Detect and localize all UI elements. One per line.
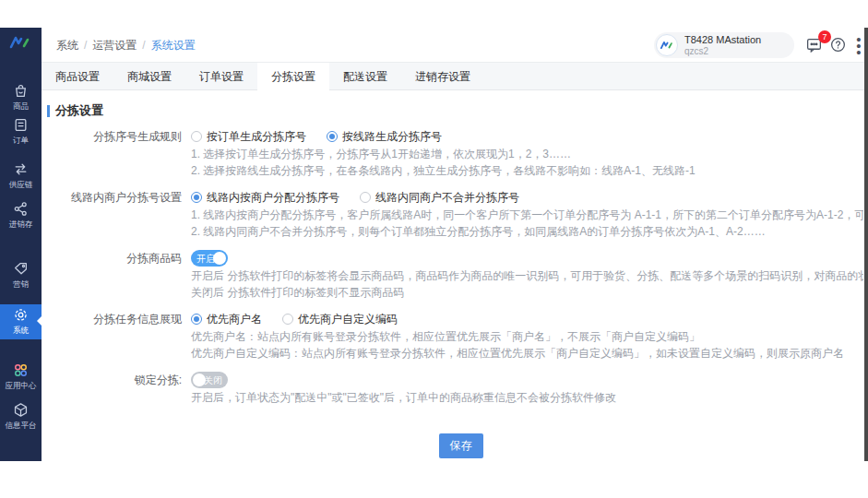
tab-goods-settings[interactable]: 商品设置 bbox=[42, 63, 113, 90]
sidebar: 商品 订单 供应链 进销存 bbox=[0, 28, 42, 461]
radio-custom-code-first[interactable]: 优先商户自定义编码 bbox=[282, 312, 398, 327]
form-row-task-info-display: 分拣任务信息展现 优先商户名 优先商户自定义编码 优先商户名：站点内所有账号登录… bbox=[42, 310, 863, 362]
radio-icon bbox=[282, 314, 293, 325]
toggle-knob bbox=[213, 252, 226, 265]
radio-by-route[interactable]: 按线路生成分拣序号 bbox=[327, 129, 442, 145]
section-title-bar bbox=[47, 105, 50, 117]
sidebar-item-label: 系统 bbox=[1, 325, 41, 336]
save-button[interactable]: 保存 bbox=[439, 433, 483, 458]
form-row-sort-number-rule: 分拣序号生成规则 按订单生成分拣序号 按线路生成分拣序号 1. 选择按订单生成分… bbox=[42, 127, 863, 179]
sidebar-item-label: 信息平台 bbox=[1, 420, 41, 431]
chat-bubble-icon bbox=[805, 41, 823, 56]
form-label: 分拣任务信息展现 bbox=[42, 310, 191, 362]
tab-mall-settings[interactable]: 商城设置 bbox=[113, 63, 185, 90]
sidebar-item-label: 订单 bbox=[1, 135, 41, 146]
sidebar-item-inventory[interactable]: 进销存 bbox=[0, 201, 42, 231]
hint-text: 2. 选择按路线生成分拣序号，在各条线路内，独立生成分拣序号，各线路不影响如：线… bbox=[191, 163, 863, 179]
radio-assign-by-merchant[interactable]: 线路内按商户分配分拣序号 bbox=[191, 190, 339, 206]
breadcrumb-current: 系统设置 bbox=[151, 39, 196, 52]
radio-icon bbox=[191, 131, 202, 142]
breadcrumb-separator: / bbox=[142, 39, 145, 52]
gear-icon bbox=[0, 307, 42, 323]
form-label: 分拣序号生成规则 bbox=[42, 127, 191, 179]
hint-text: 优先商户名：站点内所有账号登录分拣软件，相应位置优先展示「商户名」，不展示「商户… bbox=[191, 329, 863, 345]
radio-selected-icon bbox=[191, 314, 202, 325]
sidebar-item-label: 进销存 bbox=[1, 219, 41, 230]
settings-tabbar: 商品设置商城设置订单设置分拣设置配送设置进销存设置 bbox=[42, 63, 868, 90]
form-row-product-code: 分拣商品码 开启 开启后 分拣软件打印的标签将会显示商品码，商品码作为商品的唯一… bbox=[42, 249, 863, 301]
tab-sorting-settings[interactable]: 分拣设置 bbox=[257, 63, 329, 90]
section-title: 分拣设置 bbox=[47, 102, 863, 119]
sidebar-item-info-platform[interactable]: 信息平台 bbox=[0, 402, 42, 432]
breadcrumb-separator: / bbox=[84, 39, 87, 52]
tab-delivery-settings[interactable]: 配送设置 bbox=[329, 63, 401, 90]
hint-text: 开启后，订单状态为"配送中"或"已签收"后，订单中的商品称重信息不会被分拣软件修… bbox=[191, 390, 863, 406]
form-row-lock-sorting: 锁定分拣: 关闭 开启后，订单状态为"配送中"或"已签收"后，订单中的商品称重信… bbox=[42, 371, 863, 406]
sidebar-item-orders[interactable]: 订单 bbox=[0, 117, 42, 147]
radio-by-order[interactable]: 按订单生成分拣序号 bbox=[191, 129, 306, 145]
cube-icon bbox=[0, 402, 42, 418]
app-window: 商品 订单 供应链 进销存 bbox=[0, 28, 868, 461]
sidebar-item-label: 营销 bbox=[1, 279, 41, 290]
messages-button[interactable]: 7 bbox=[805, 36, 824, 54]
product-code-toggle[interactable]: 开启 bbox=[191, 250, 228, 267]
sidebar-item-label: 应用中心 bbox=[1, 380, 41, 391]
lock-sorting-toggle[interactable]: 关闭 bbox=[191, 372, 228, 388]
breadcrumb: 系统/运营设置/系统设置 bbox=[56, 28, 196, 63]
form-label: 线路内商户分拣号设置 bbox=[42, 188, 191, 240]
sidebar-item-supply-chain[interactable]: 供应链 bbox=[0, 161, 42, 191]
share-nodes-icon bbox=[0, 201, 42, 217]
sidebar-item-system[interactable]: 系统 bbox=[0, 304, 42, 339]
radio-merchant-name-first[interactable]: 优先商户名 bbox=[191, 312, 262, 327]
form-label: 分拣商品码 bbox=[42, 249, 191, 301]
breadcrumb-item[interactable]: 运营设置 bbox=[92, 39, 137, 52]
bag-icon bbox=[0, 83, 42, 99]
hint-text: 开启后 分拣软件打印的标签将会显示商品码，商品码作为商品的唯一识别码，可用于验货… bbox=[191, 268, 863, 284]
form-label: 锁定分拣: bbox=[42, 371, 191, 406]
vertical-scrollbar[interactable] bbox=[864, 28, 868, 461]
radio-selected-icon bbox=[191, 192, 202, 203]
document-icon bbox=[0, 117, 42, 133]
more-menu-button[interactable]: ••• bbox=[853, 36, 864, 54]
question-circle-icon bbox=[829, 41, 847, 56]
user-account: qzcs2 bbox=[684, 46, 761, 56]
sidebar-item-marketing[interactable]: 营销 bbox=[0, 261, 42, 290]
sidebar-item-label: 供应链 bbox=[1, 179, 41, 190]
apps-icon bbox=[0, 362, 42, 378]
brand-logo-icon bbox=[8, 34, 32, 54]
hint-text: 1. 线路内按商户分配分拣序号，客户所属线路A时，同一个客户所下第一个订单分配序… bbox=[191, 208, 863, 223]
main-content: 分拣设置 分拣序号生成规则 按订单生成分拣序号 按线路生成分拣序号 1. 选择按… bbox=[42, 90, 863, 461]
tab-inventory-settings[interactable]: 进销存设置 bbox=[401, 63, 484, 90]
tab-order-settings[interactable]: 订单设置 bbox=[185, 63, 257, 90]
hint-text: 优先商户自定义编码：站点内所有账号登录分拣软件，相应位置优先展示「商户自定义编码… bbox=[191, 346, 863, 362]
user-account-menu[interactable]: T8428 MAstation qzcs2 bbox=[654, 32, 794, 58]
hint-text: 1. 选择按订单生成分拣序号，分拣序号从1开始递增，依次展现为1，2，3…… bbox=[191, 147, 863, 162]
form-row-merchant-sort-number: 线路内商户分拣号设置 线路内按商户分配分拣序号 线路内同商户不合并分拣序号 1.… bbox=[42, 188, 863, 240]
hint-text: 2. 线路内同商户不合并分拣序号，则每个订单都独立分配分拣序号，如同属线路A的订… bbox=[191, 224, 863, 240]
radio-selected-icon bbox=[327, 131, 338, 142]
sidebar-item-goods[interactable]: 商品 bbox=[0, 83, 42, 113]
user-name: T8428 MAstation bbox=[684, 34, 761, 46]
hint-text: 关闭后 分拣软件打印的标签则不显示商品码 bbox=[191, 285, 863, 301]
tag-icon bbox=[0, 261, 42, 277]
top-header: 系统/运营设置/系统设置 T8428 MAstation qzcs2 7 bbox=[42, 28, 868, 63]
radio-icon bbox=[360, 192, 371, 203]
radio-no-merge-merchant[interactable]: 线路内同商户不合并分拣序号 bbox=[360, 190, 519, 206]
help-button[interactable] bbox=[829, 36, 848, 54]
breadcrumb-item[interactable]: 系统 bbox=[56, 39, 78, 52]
avatar bbox=[656, 34, 678, 56]
kebab-icon: ••• bbox=[853, 36, 864, 41]
sidebar-item-app-center[interactable]: 应用中心 bbox=[0, 362, 42, 392]
swap-arrows-icon bbox=[0, 161, 42, 177]
sidebar-item-label: 商品 bbox=[1, 101, 41, 112]
